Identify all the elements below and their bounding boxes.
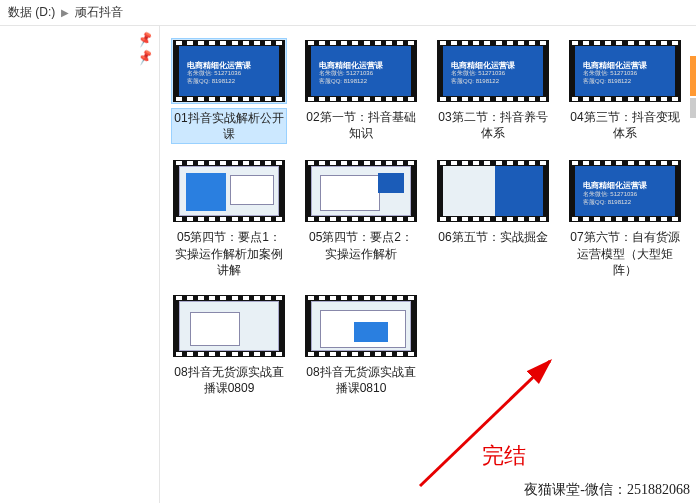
file-grid-area[interactable]: 电商精细化运营课名朱微信: 51271036客服QQ: 819812201抖音实… xyxy=(160,26,696,503)
file-label: 07第六节：自有货源运营模型（大型矩阵） xyxy=(567,228,683,279)
thumbnail-wrap xyxy=(303,293,419,359)
thumbnail-wrap xyxy=(171,293,287,359)
file-label: 02第一节：抖音基础知识 xyxy=(303,108,419,142)
file-item[interactable]: 电商精细化运营课名朱微信: 51271036客服QQ: 819812201抖音实… xyxy=(168,38,290,144)
pin-icon[interactable]: 📌 xyxy=(136,30,154,47)
file-grid: 电商精细化运营课名朱微信: 51271036客服QQ: 819812201抖音实… xyxy=(168,38,688,397)
file-item[interactable]: 05第四节：要点1：实操运作解析加案例讲解 xyxy=(168,158,290,279)
breadcrumb[interactable]: 数据 (D:) ▶ 顽石抖音 xyxy=(0,0,696,26)
file-item[interactable]: 电商精细化运营课名朱微信: 51271036客服QQ: 819812204第三节… xyxy=(564,38,686,144)
pin-icons: 📌 📌 xyxy=(138,32,153,64)
file-label: 08抖音无货源实战直播课0809 xyxy=(171,363,287,397)
chevron-right-icon: ▶ xyxy=(61,7,69,18)
file-item[interactable]: 电商精细化运营课名朱微信: 51271036客服QQ: 819812203第二节… xyxy=(432,38,554,144)
video-thumbnail: 电商精细化运营课名朱微信: 51271036客服QQ: 8198122 xyxy=(569,160,681,222)
file-label: 01抖音实战解析公开课 xyxy=(171,108,287,144)
file-label: 08抖音无货源实战直播课0810 xyxy=(303,363,419,397)
file-item[interactable]: 电商精细化运营课名朱微信: 51271036客服QQ: 819812207第六节… xyxy=(564,158,686,279)
sidebar-tree[interactable]: 📌 📌 xyxy=(0,26,160,503)
thumbnail-wrap: 电商精细化运营课名朱微信: 51271036客服QQ: 8198122 xyxy=(435,38,551,104)
video-thumbnail: 电商精细化运营课名朱微信: 51271036客服QQ: 8198122 xyxy=(437,160,549,222)
thumbnail-wrap: 电商精细化运营课名朱微信: 51271036客服QQ: 8198122 xyxy=(567,158,683,224)
video-thumbnail: 电商精细化运营课名朱微信: 51271036客服QQ: 8198122 xyxy=(437,40,549,102)
file-item[interactable]: 电商精细化运营课名朱微信: 51271036客服QQ: 819812206第五节… xyxy=(432,158,554,279)
video-thumbnail xyxy=(173,295,285,357)
file-label: 04第三节：抖音变现体系 xyxy=(567,108,683,142)
file-item[interactable]: 05第四节：要点2：实操运作解析 xyxy=(300,158,422,279)
thumbnail-wrap xyxy=(303,158,419,224)
video-thumbnail: 电商精细化运营课名朱微信: 51271036客服QQ: 8198122 xyxy=(305,40,417,102)
file-item[interactable]: 08抖音无货源实战直播课0810 xyxy=(300,293,422,397)
video-thumbnail xyxy=(173,160,285,222)
file-label: 03第二节：抖音养号体系 xyxy=(435,108,551,142)
end-text: 完结 xyxy=(482,441,526,471)
thumbnail-wrap: 电商精细化运营课名朱微信: 51271036客服QQ: 8198122 xyxy=(567,38,683,104)
breadcrumb-current[interactable]: 顽石抖音 xyxy=(75,4,123,21)
main-area: 📌 📌 电商精细化运营课名朱微信: 51271036客服QQ: 81981220… xyxy=(0,26,696,503)
file-item[interactable]: 08抖音无货源实战直播课0809 xyxy=(168,293,290,397)
video-thumbnail xyxy=(305,160,417,222)
right-edge-marker xyxy=(690,56,696,96)
file-label: 05第四节：要点2：实操运作解析 xyxy=(303,228,419,262)
pin-icon[interactable]: 📌 xyxy=(136,48,154,65)
thumbnail-wrap: 电商精细化运营课名朱微信: 51271036客服QQ: 8198122 xyxy=(303,38,419,104)
video-thumbnail: 电商精细化运营课名朱微信: 51271036客服QQ: 8198122 xyxy=(569,40,681,102)
watermark: 夜猫课堂-微信：251882068 xyxy=(524,481,690,499)
file-label: 06第五节：实战掘金 xyxy=(435,228,551,246)
video-thumbnail: 电商精细化运营课名朱微信: 51271036客服QQ: 8198122 xyxy=(173,40,285,102)
file-label: 05第四节：要点1：实操运作解析加案例讲解 xyxy=(171,228,287,279)
thumbnail-wrap: 电商精细化运营课名朱微信: 51271036客服QQ: 8198122 xyxy=(171,38,287,104)
thumbnail-wrap: 电商精细化运营课名朱微信: 51271036客服QQ: 8198122 xyxy=(435,158,551,224)
breadcrumb-root[interactable]: 数据 (D:) xyxy=(8,4,55,21)
thumbnail-wrap xyxy=(171,158,287,224)
video-thumbnail xyxy=(305,295,417,357)
file-item[interactable]: 电商精细化运营课名朱微信: 51271036客服QQ: 819812202第一节… xyxy=(300,38,422,144)
right-edge-marker xyxy=(690,98,696,118)
